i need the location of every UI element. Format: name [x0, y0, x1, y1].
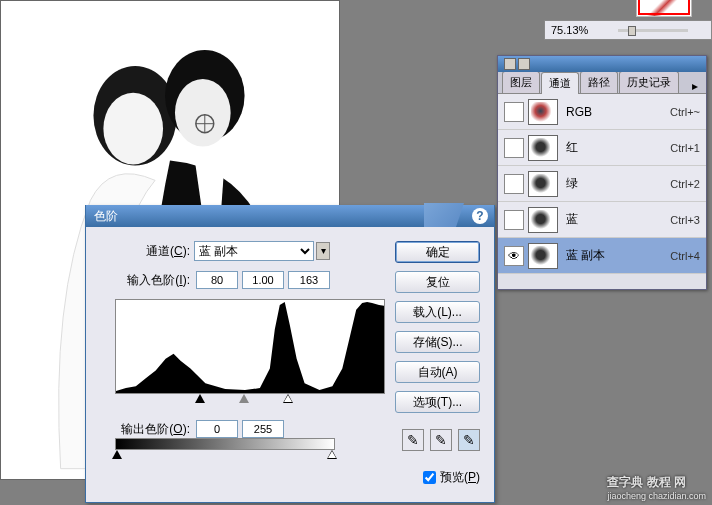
eye-icon: 👁	[508, 249, 520, 263]
input-levels-label: 输入色阶(I):	[100, 272, 190, 289]
panel-tabs: 图层 通道 路径 历史记录 ▸	[498, 72, 706, 94]
watermark: 查字典 教程 网 jiaocheng chazidian.com	[607, 473, 706, 501]
channel-row[interactable]: RGBCtrl+~	[498, 94, 706, 130]
options-button[interactable]: 选项(T)...	[395, 391, 480, 413]
channel-shortcut: Ctrl+4	[670, 250, 700, 262]
levels-dialog: 色阶 ? 通道(C): 蓝 副本 ▾ 输入色阶(I):	[85, 205, 495, 503]
channel-shortcut: Ctrl+2	[670, 178, 700, 190]
dialog-help-icon[interactable]: ?	[472, 208, 488, 224]
channel-name: 红	[566, 139, 670, 156]
panel-menu-icon[interactable]: ▸	[688, 79, 702, 93]
tab-channels[interactable]: 通道	[541, 72, 579, 94]
panel-titlebar[interactable]	[498, 56, 706, 72]
auto-button[interactable]: 自动(A)	[395, 361, 480, 383]
visibility-toggle[interactable]	[504, 174, 524, 194]
channel-name: RGB	[566, 105, 670, 119]
ok-button[interactable]: 确定	[395, 241, 480, 263]
output-slider[interactable]	[115, 450, 335, 462]
tab-paths[interactable]: 路径	[580, 71, 618, 93]
svg-point-2	[103, 93, 163, 165]
tab-layers[interactable]: 图层	[502, 71, 540, 93]
preview-checkbox[interactable]	[423, 471, 436, 484]
channel-thumbnail	[528, 135, 558, 161]
zoom-slider-thumb[interactable]	[628, 26, 636, 36]
channel-shortcut: Ctrl+3	[670, 214, 700, 226]
eyedropper-black-icon[interactable]: ✎	[402, 429, 424, 451]
visibility-toggle[interactable]	[504, 138, 524, 158]
visibility-toggle[interactable]	[504, 102, 524, 122]
output-gradient	[115, 438, 335, 450]
channel-name: 蓝	[566, 211, 670, 228]
channel-row[interactable]: 蓝Ctrl+3	[498, 202, 706, 238]
navigator-zoom-bar: 75.13%	[544, 20, 712, 40]
reset-button[interactable]: 复位	[395, 271, 480, 293]
output-white-slider[interactable]	[327, 450, 337, 459]
svg-point-4	[175, 79, 231, 147]
input-black-slider[interactable]	[195, 394, 205, 403]
channel-row[interactable]: 红Ctrl+1	[498, 130, 706, 166]
navigator-view-box[interactable]	[638, 0, 690, 15]
load-button[interactable]: 载入(L)...	[395, 301, 480, 323]
channel-row[interactable]: 绿Ctrl+2	[498, 166, 706, 202]
channel-select[interactable]: 蓝 副本	[194, 241, 314, 261]
panel-collapse-icon[interactable]	[504, 58, 516, 70]
panel-minimize-icon[interactable]	[518, 58, 530, 70]
eyedropper-gray-icon[interactable]: ✎	[430, 429, 452, 451]
dialog-title: 色阶	[94, 208, 118, 225]
input-white-field[interactable]	[288, 271, 330, 289]
channel-thumbnail	[528, 171, 558, 197]
eyedropper-white-icon[interactable]: ✎	[458, 429, 480, 451]
tab-history[interactable]: 历史记录	[619, 71, 679, 93]
channel-list: RGBCtrl+~红Ctrl+1绿Ctrl+2蓝Ctrl+3👁蓝 副本Ctrl+…	[498, 94, 706, 274]
preview-label: 预览(P)	[440, 469, 480, 486]
dialog-title-decor	[424, 203, 464, 227]
channel-thumbnail	[528, 243, 558, 269]
histogram	[115, 299, 385, 394]
visibility-toggle[interactable]	[504, 210, 524, 230]
channel-name: 绿	[566, 175, 670, 192]
output-levels-label: 输出色阶(O):	[100, 421, 190, 438]
save-button[interactable]: 存储(S)...	[395, 331, 480, 353]
channel-thumbnail	[528, 99, 558, 125]
channel-label: 通道(C):	[100, 243, 190, 260]
navigator-thumbnail[interactable]	[636, 0, 692, 17]
input-black-field[interactable]	[196, 271, 238, 289]
channel-row[interactable]: 👁蓝 副本Ctrl+4	[498, 238, 706, 274]
output-white-field[interactable]	[242, 420, 284, 438]
channel-name: 蓝 副本	[566, 247, 670, 264]
zoom-slider[interactable]	[618, 29, 688, 32]
input-gamma-slider[interactable]	[239, 394, 249, 403]
input-slider[interactable]	[115, 394, 385, 406]
channel-thumbnail	[528, 207, 558, 233]
channel-shortcut: Ctrl+~	[670, 106, 700, 118]
zoom-percent[interactable]: 75.13%	[551, 24, 588, 36]
output-black-slider[interactable]	[112, 450, 122, 459]
channel-shortcut: Ctrl+1	[670, 142, 700, 154]
output-black-field[interactable]	[196, 420, 238, 438]
visibility-toggle[interactable]: 👁	[504, 246, 524, 266]
input-white-slider[interactable]	[283, 394, 293, 403]
channels-panel: 图层 通道 路径 历史记录 ▸ RGBCtrl+~红Ctrl+1绿Ctrl+2蓝…	[497, 55, 707, 290]
input-gamma-field[interactable]	[242, 271, 284, 289]
dialog-titlebar[interactable]: 色阶 ?	[86, 205, 494, 227]
channel-dropdown-button[interactable]: ▾	[316, 242, 330, 260]
